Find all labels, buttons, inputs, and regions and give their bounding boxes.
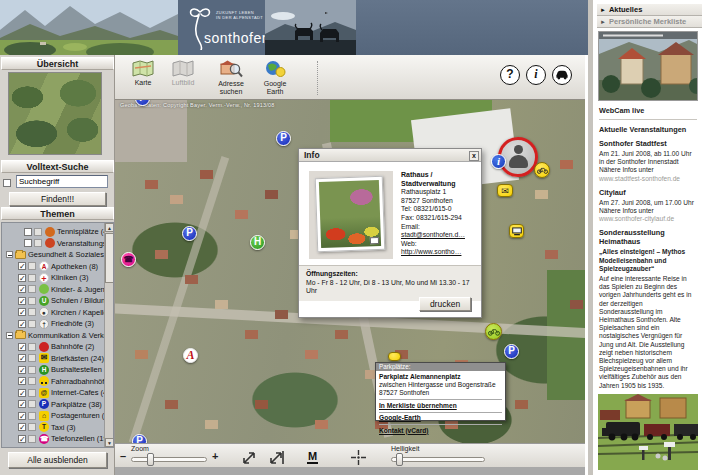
poi-web-link[interactable]: http://www.sontho… — [401, 248, 461, 255]
bus-stop-marker[interactable]: H — [250, 235, 265, 250]
checkbox-secondary[interactable] — [34, 228, 42, 236]
checkbox[interactable] — [18, 435, 26, 443]
luftbild-button[interactable]: Luftbild — [163, 59, 203, 97]
checkbox[interactable] — [18, 412, 26, 420]
checkbox-secondary[interactable] — [28, 308, 36, 316]
parking-marker[interactable]: P — [276, 131, 291, 146]
scroll-down-icon[interactable]: ▼ — [105, 438, 114, 447]
checkbox[interactable] — [18, 389, 26, 397]
checkbox[interactable] — [24, 239, 32, 247]
checkbox[interactable] — [18, 262, 26, 270]
checkbox[interactable] — [18, 343, 26, 351]
brightness-slider-handle[interactable] — [396, 453, 403, 466]
search-input[interactable] — [16, 175, 108, 188]
tree-scrollbar[interactable]: ▲ ▼ — [104, 223, 113, 447]
enlarge-icon[interactable] — [370, 237, 379, 244]
checkbox[interactable] — [18, 400, 26, 408]
theme-row-friedhoefe[interactable]: † Friedhöfe (3) — [18, 318, 94, 329]
checkbox-secondary[interactable] — [28, 320, 36, 328]
print-button[interactable]: drucken — [419, 297, 471, 311]
checkbox-secondary[interactable] — [28, 297, 36, 305]
checkbox-secondary[interactable] — [28, 343, 36, 351]
phone-booth-marker[interactable]: ☎ — [121, 252, 136, 267]
poi-email-link[interactable]: stadt@sonthofen.d… — [401, 231, 465, 238]
checkbox[interactable] — [18, 377, 26, 385]
google-earth-link[interactable]: Google-Earth — [379, 412, 502, 423]
help-button[interactable]: ? — [500, 65, 520, 85]
theme-row-parkplaetze[interactable]: P Parkplätze (38) — [18, 399, 102, 410]
theme-row-apotheken[interactable]: A Apotheken (8) — [18, 261, 98, 272]
event2-link[interactable]: www.sonthofer-citylauf.de — [599, 215, 674, 222]
google-earth-button[interactable]: Google Earth — [255, 59, 295, 97]
checkbox-secondary[interactable] — [28, 423, 36, 431]
checkbox-secondary[interactable] — [28, 274, 36, 282]
checkbox-secondary[interactable] — [34, 239, 42, 247]
collapse-icon[interactable] — [6, 251, 13, 258]
theme-row-internet[interactable]: @ Internet-Cafes (4… — [18, 387, 114, 398]
webcam-image[interactable] — [598, 31, 698, 101]
checkbox[interactable] — [18, 423, 26, 431]
checkbox[interactable] — [18, 274, 26, 282]
checkbox[interactable] — [18, 285, 26, 293]
theme-row-tennis[interactable]: Tennisplätze (4) — [24, 226, 110, 237]
checkbox-secondary[interactable] — [28, 412, 36, 420]
tab-merkliste[interactable]: Persönliche Merkliste — [597, 16, 702, 28]
theme-row-taxi[interactable]: T Taxi (3) — [18, 422, 76, 433]
full-extent-icon[interactable] — [270, 451, 284, 464]
checkbox[interactable] — [18, 297, 26, 305]
vcard-link[interactable]: Kontakt (vCard) — [379, 424, 502, 435]
theme-row-fahrrad[interactable]: Fahrradbahnhöfe (… — [18, 376, 114, 387]
search-option-checkbox[interactable] — [3, 179, 11, 187]
zoom-slider-handle[interactable] — [147, 453, 154, 466]
map-canvas[interactable]: Geobasisdaten: Copyright Bayer. Verm.-Ve… — [115, 100, 585, 443]
theme-row-bahnhoefe[interactable]: Bahnhöfe (2) — [18, 341, 94, 352]
scale-button[interactable]: M — [307, 451, 318, 464]
karte-button[interactable]: Karte — [123, 59, 163, 97]
info-button[interactable]: i — [526, 65, 546, 85]
collapse-icon[interactable] — [6, 332, 13, 339]
find-button[interactable]: Finden!!! — [9, 192, 106, 206]
close-icon[interactable]: x — [469, 151, 479, 161]
checkbox-secondary[interactable] — [28, 377, 36, 385]
center-crosshair-icon[interactable] — [351, 450, 366, 465]
add-to-merkliste-link[interactable]: In Merkliste übernehmen — [379, 399, 502, 410]
parking-marker[interactable]: P — [182, 226, 197, 241]
theme-row-postagenturen[interactable]: ⌂ Postagenturen (2) — [18, 410, 111, 421]
scroll-up-icon[interactable]: ▲ — [105, 223, 114, 232]
checkbox-secondary[interactable] — [28, 285, 36, 293]
bike-station-marker[interactable] — [534, 162, 550, 178]
checkbox[interactable] — [24, 228, 32, 236]
theme-folder-gesundheit[interactable]: Gesundheit & Soziales — [5, 249, 104, 260]
theme-row-veranstaltung[interactable]: Veranstaltungsrä… — [24, 238, 114, 249]
info-marker[interactable]: i — [491, 154, 506, 169]
theme-folder-kommunikation[interactable]: Kommunikation & Verkehr — [5, 330, 114, 341]
checkbox-secondary[interactable] — [28, 435, 36, 443]
scroll-thumb[interactable] — [105, 233, 114, 283]
theme-row-kirchen[interactable]: ● Kirchen / Kapellen — [18, 307, 112, 318]
checkbox[interactable] — [18, 320, 26, 328]
mailbox-marker[interactable]: ✉ — [497, 184, 513, 197]
adresse-suchen-button[interactable]: Adresse suchen — [211, 59, 251, 97]
parking-marker[interactable]: P — [504, 344, 519, 359]
pan-extent-icon[interactable] — [243, 451, 257, 464]
playground-bike-marker[interactable] — [485, 323, 502, 340]
taxi-marker[interactable] — [388, 352, 401, 361]
checkbox[interactable] — [18, 308, 26, 316]
zoom-slider-track[interactable] — [131, 457, 207, 462]
zoom-in-button[interactable]: + — [212, 451, 218, 462]
townhall-photo[interactable] — [315, 176, 386, 252]
internet-cafe-marker[interactable] — [509, 224, 524, 238]
theme-row-bushaltestellen[interactable]: H Bushaltestellen (5… — [18, 364, 114, 375]
checkbox-secondary[interactable] — [28, 262, 36, 270]
checkbox-secondary[interactable] — [28, 354, 36, 362]
pharmacy-marker[interactable]: A — [183, 348, 198, 363]
checkbox-secondary[interactable] — [28, 366, 36, 374]
route-button[interactable] — [552, 65, 572, 85]
checkbox[interactable] — [18, 366, 26, 374]
theme-row-briefkaesten[interactable]: ✉ Briefkästen (24) — [18, 353, 104, 364]
tab-aktuelles[interactable]: Aktuelles — [597, 4, 702, 16]
overview-map-thumbnail[interactable] — [8, 72, 102, 155]
checkbox-secondary[interactable] — [28, 389, 36, 397]
zoom-out-button[interactable]: – — [120, 451, 126, 462]
theme-row-kliniken[interactable]: + Kliniken (3) — [18, 272, 89, 283]
